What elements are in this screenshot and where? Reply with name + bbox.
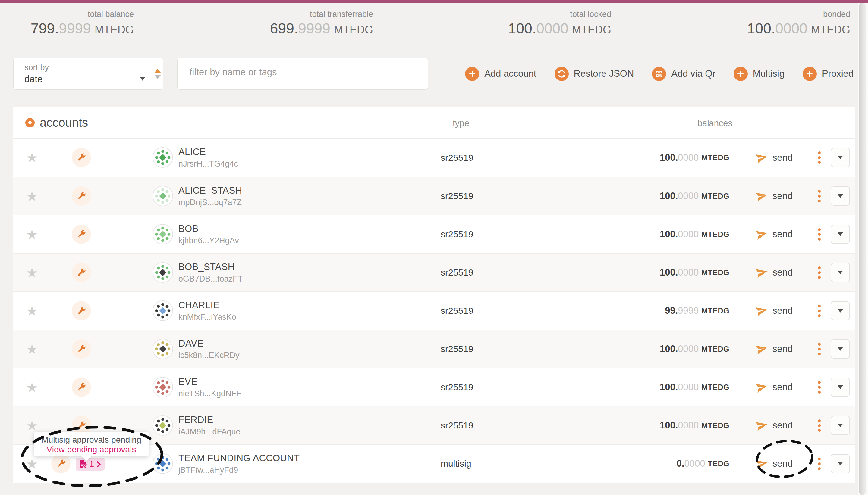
table-row: ★ — [13, 253, 855, 291]
wrench-icon[interactable] — [72, 378, 91, 397]
pending-count: 1 — [89, 459, 94, 469]
row-menu-button[interactable] — [817, 407, 821, 444]
send-button[interactable]: send — [755, 138, 793, 177]
chevron-down-icon — [838, 194, 843, 198]
sort-by-value: date — [24, 74, 43, 85]
paper-plane-icon — [755, 266, 768, 279]
wrench-icon[interactable] — [72, 225, 91, 244]
proxied-button[interactable]: Proxied — [803, 67, 853, 81]
account-type: sr25519 — [441, 254, 473, 291]
row-expand-button[interactable] — [831, 339, 850, 359]
sort-descending-icon — [154, 75, 161, 79]
multisig-pending-badge[interactable]: 1 — [76, 458, 104, 471]
row-menu-button[interactable] — [817, 215, 821, 253]
send-button[interactable]: send — [755, 330, 793, 368]
account-address: kjhbn6...Y2HgAv — [178, 236, 239, 246]
row-expand-button[interactable] — [831, 225, 850, 244]
favorite-star-icon[interactable]: ★ — [25, 138, 38, 177]
account-identicon[interactable] — [152, 454, 173, 474]
scrollbar[interactable] — [858, 3, 868, 495]
tooltip-text: Multisig approvals pending — [34, 435, 149, 445]
row-menu-button[interactable] — [817, 445, 821, 483]
wrench-icon[interactable] — [72, 186, 91, 206]
view-pending-approvals-link[interactable]: View pending approvals — [34, 445, 149, 454]
sort-by-dropdown[interactable]: sort by date — [13, 58, 163, 90]
row-expand-button[interactable] — [831, 186, 850, 206]
paper-plane-icon — [755, 381, 768, 394]
favorite-star-icon[interactable]: ★ — [25, 330, 38, 368]
favorite-star-icon[interactable]: ★ — [25, 254, 38, 291]
paper-plane-icon — [755, 190, 768, 202]
paper-plane-icon — [755, 151, 768, 164]
account-name: FERDIE — [178, 414, 241, 426]
account-identicon[interactable] — [152, 224, 173, 244]
row-menu-button[interactable] — [817, 138, 821, 177]
multisig-button[interactable]: Multisig — [734, 67, 785, 81]
account-identicon[interactable] — [152, 415, 173, 436]
table-row: ★ — [13, 368, 855, 406]
row-menu-button[interactable] — [817, 292, 821, 330]
paper-plane-icon — [755, 228, 768, 241]
stat-value: 100.0000MTEDG — [611, 20, 850, 37]
favorite-star-icon[interactable]: ★ — [25, 177, 38, 215]
wrench-icon[interactable] — [72, 263, 91, 282]
plus-icon — [465, 67, 479, 81]
wrench-icon[interactable] — [72, 339, 91, 359]
account-type: sr25519 — [441, 292, 473, 330]
stat-label: bonded — [611, 9, 850, 20]
row-expand-button[interactable] — [831, 454, 850, 473]
sort-by-label: sort by — [24, 63, 49, 72]
account-identicon[interactable] — [152, 262, 173, 283]
stat-total-locked: total locked 100.0000MTEDG — [373, 9, 611, 45]
wrench-icon[interactable] — [51, 454, 70, 473]
row-menu-button[interactable] — [817, 177, 821, 215]
account-identity: CHARLIE knMfxF...iYasKo — [178, 300, 236, 322]
table-row: ★ — [13, 330, 855, 368]
scrollbar-thumb[interactable] — [859, 3, 866, 495]
send-label: send — [772, 420, 793, 431]
row-expand-button[interactable] — [831, 416, 850, 435]
chevron-down-icon — [838, 386, 843, 389]
send-button[interactable]: send — [755, 407, 793, 444]
wrench-icon[interactable] — [72, 148, 91, 167]
favorite-star-icon[interactable]: ★ — [25, 215, 38, 253]
wrench-icon[interactable] — [72, 301, 91, 320]
send-button[interactable]: send — [755, 292, 793, 330]
row-expand-button[interactable] — [831, 378, 850, 397]
send-button[interactable]: send — [755, 368, 793, 406]
send-button[interactable]: send — [755, 215, 793, 253]
filter-input[interactable] — [178, 58, 428, 79]
row-expand-button[interactable] — [831, 263, 850, 282]
account-identicon[interactable] — [152, 147, 173, 168]
account-identicon[interactable] — [152, 339, 173, 359]
table-row: ★ — [13, 177, 855, 215]
send-button[interactable]: send — [755, 445, 793, 483]
sort-direction-toggle[interactable] — [152, 58, 164, 89]
send-button[interactable]: send — [755, 254, 793, 291]
favorite-star-icon[interactable]: ★ — [25, 368, 38, 406]
account-identicon[interactable] — [152, 377, 173, 397]
paper-plane-icon — [755, 419, 768, 432]
row-expand-button[interactable] — [831, 148, 850, 167]
account-identicon[interactable] — [152, 186, 173, 206]
add-via-qr-button[interactable]: Add via Qr — [652, 67, 715, 81]
row-menu-button[interactable] — [817, 330, 821, 368]
favorite-star-icon[interactable]: ★ — [25, 292, 38, 330]
account-actions: Add account Restore JSON Add via — [465, 58, 853, 90]
sync-icon — [555, 67, 569, 81]
row-menu-button[interactable] — [817, 368, 821, 406]
add-account-button[interactable]: Add account — [465, 67, 536, 81]
account-identity: EVE nieTSh...KgdNFE — [178, 376, 242, 399]
paper-plane-icon — [755, 457, 768, 470]
chevron-down-icon — [838, 424, 843, 427]
send-label: send — [772, 267, 793, 278]
row-menu-button[interactable] — [817, 254, 821, 291]
accounts-table: accounts type balances ★ — [13, 107, 855, 483]
row-expand-button[interactable] — [831, 301, 850, 320]
plus-icon — [734, 67, 748, 81]
account-identicon[interactable] — [152, 301, 173, 321]
restore-json-button[interactable]: Restore JSON — [555, 67, 634, 81]
account-name: EVE — [178, 376, 242, 388]
send-button[interactable]: send — [755, 177, 793, 215]
account-balance: 100.0000MTEDG — [660, 254, 730, 291]
